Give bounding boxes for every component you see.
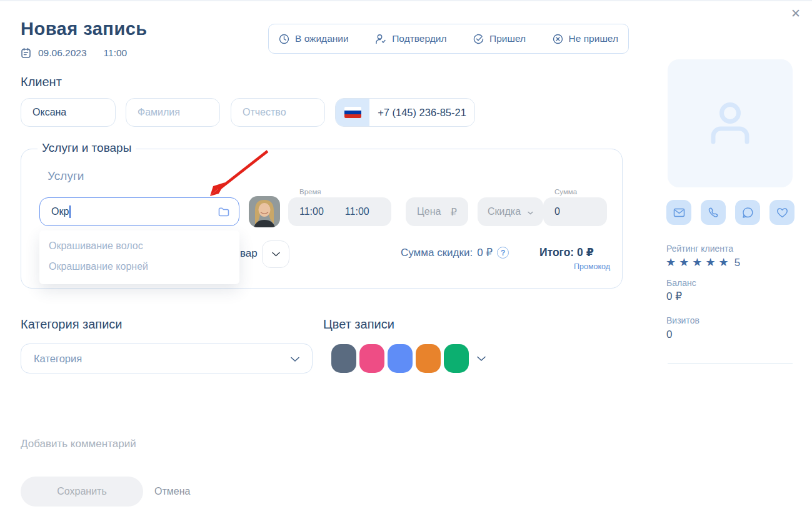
text-caret [69, 205, 71, 218]
discount-total-row: Сумма скидки: 0 ₽ ? [401, 246, 509, 259]
ruble-sign: ₽ [451, 206, 457, 218]
chevron-down-icon[interactable] [477, 356, 486, 362]
phone-button[interactable] [701, 200, 726, 225]
sum-field[interactable]: 0 [543, 197, 607, 226]
save-button[interactable]: Сохранить [21, 477, 143, 507]
comment-input[interactable]: Добавить комментарий [21, 438, 136, 450]
check-circle-icon [473, 34, 484, 44]
folder-icon[interactable] [218, 206, 230, 217]
category-heading: Категория записи [21, 317, 123, 332]
record-time: 11:00 [104, 47, 128, 59]
discount-total-value: 0 ₽ [477, 246, 493, 259]
russia-flag-icon [344, 107, 361, 118]
question-icon[interactable]: ? [497, 247, 509, 259]
close-icon[interactable]: ✕ [788, 6, 803, 21]
cross-circle-icon [553, 34, 563, 44]
phone-value[interactable]: +7 (145) 236-85-21 [369, 99, 474, 126]
person-icon [706, 97, 754, 150]
service-search-value: Окр [51, 206, 69, 217]
visits-value: 0 [666, 329, 672, 341]
person-check-icon [375, 34, 386, 44]
time-end[interactable]: 11:00 [345, 206, 369, 217]
first-name-input[interactable]: Оксана [21, 98, 116, 127]
price-input[interactable]: Цена ₽ [406, 197, 468, 226]
time-start[interactable]: 11:00 [299, 206, 324, 217]
sum-label: Сумма [554, 188, 577, 195]
expand-add-options-button[interactable] [262, 240, 289, 268]
color-swatch[interactable] [331, 344, 356, 373]
middle-name-input[interactable]: Отчество [231, 98, 325, 127]
product-label-partial[interactable]: вар [240, 247, 258, 260]
record-date: 09.06.2023 [38, 47, 87, 59]
page-title: Новая запись [21, 19, 148, 39]
rating-label: Рейтинг клиента [666, 244, 733, 254]
mail-icon [673, 208, 685, 217]
chevron-down-icon[interactable] [528, 206, 533, 217]
client-avatar-placeholder [668, 59, 793, 187]
promo-code-link[interactable]: Промокод [574, 262, 610, 271]
phone-input[interactable]: +7 (145) 236-85-21 [335, 98, 475, 127]
total-value: 0 ₽ [577, 246, 594, 259]
status-button-clock[interactable]: В ожидании [279, 33, 349, 44]
mail-button[interactable] [666, 200, 691, 225]
sidebar-divider [668, 363, 793, 364]
client-rating-stars[interactable]: ★★★★★5 [666, 255, 740, 269]
chat-icon [742, 207, 754, 219]
services-goods-panel: Услуги и товары Услуги Окр Время 11:00 1… [21, 149, 623, 289]
rating-value: 5 [734, 257, 740, 269]
services-label: Услуги [48, 169, 84, 183]
country-flag-selector[interactable] [336, 99, 369, 126]
color-swatch[interactable] [416, 344, 441, 373]
category-placeholder: Категория [34, 353, 82, 365]
category-select[interactable]: Категория [21, 344, 313, 373]
status-bar: В ожиданииПодтвердилПришелНе пришел [268, 24, 629, 54]
visits-label: Визитов [666, 315, 699, 325]
discount-total-label: Сумма скидки: [401, 247, 473, 259]
record-color-heading: Цвет записи [323, 317, 394, 332]
heart-icon [776, 207, 788, 218]
calendar-icon [21, 47, 31, 59]
chevron-down-icon [291, 353, 299, 365]
suggestion-item[interactable]: Окрашивание корней [39, 256, 239, 277]
services-goods-legend: Услуги и товары [38, 141, 136, 155]
last-name-input[interactable]: Фамилия [126, 98, 220, 127]
sum-value: 0 [554, 206, 560, 217]
heart-button[interactable] [769, 200, 794, 225]
staff-avatar[interactable] [249, 196, 280, 227]
service-suggestions-dropdown: Окрашивание волосОкрашивание корней [39, 230, 239, 284]
color-swatch[interactable] [388, 344, 413, 373]
grand-total: Итого: 0 ₽ [539, 246, 594, 259]
price-placeholder: Цена [417, 206, 441, 217]
balance-value: 0 ₽ [666, 290, 682, 303]
time-label: Время [299, 188, 321, 195]
clock-icon [279, 34, 289, 44]
discount-input[interactable]: Скидка [478, 197, 543, 226]
status-button-check-circle[interactable]: Пришел [473, 33, 526, 44]
balance-label: Баланс [666, 278, 696, 288]
cancel-button[interactable]: Отмена [154, 486, 190, 497]
service-search-input[interactable]: Окр [39, 197, 239, 226]
color-swatch[interactable] [359, 344, 384, 373]
chat-button[interactable] [735, 200, 760, 225]
client-heading: Клиент [21, 75, 62, 89]
color-swatch[interactable] [444, 344, 469, 373]
status-button-person-check[interactable]: Подтвердил [375, 33, 446, 44]
color-swatches [331, 344, 486, 373]
total-label: Итого: [539, 246, 574, 259]
suggestion-item[interactable]: Окрашивание волос [39, 235, 239, 256]
phone-icon [708, 207, 719, 218]
date-time-row[interactable]: 09.06.2023 11:00 [21, 47, 127, 59]
time-range-field[interactable]: 11:00 11:00 [288, 197, 391, 226]
discount-placeholder: Скидка [488, 206, 521, 217]
status-button-cross-circle[interactable]: Не пришел [553, 33, 618, 44]
